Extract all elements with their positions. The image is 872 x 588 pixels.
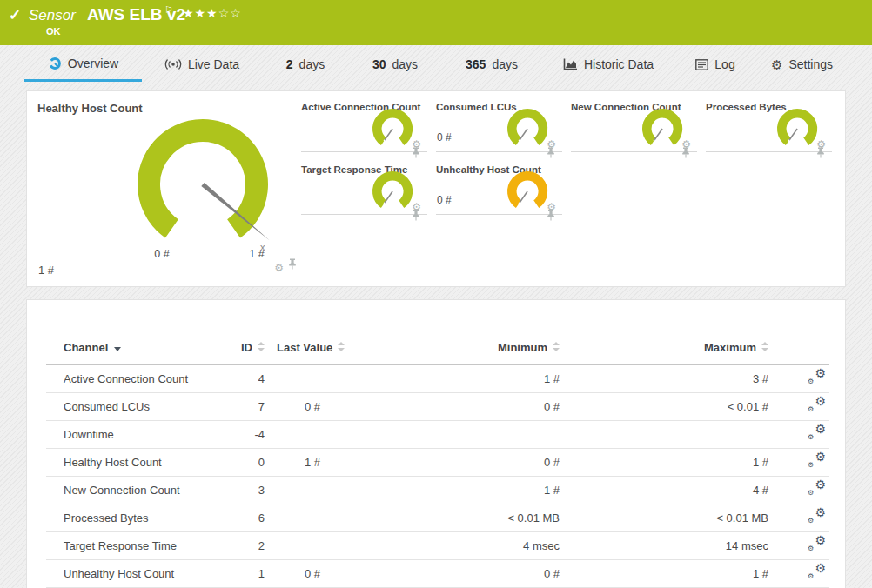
tab-365-days[interactable]: 365 days <box>441 47 542 82</box>
channel-name[interactable]: Unhealthy Host Count <box>46 559 233 587</box>
gauge-average-marker: x̄ <box>260 242 265 252</box>
gauge-value: 0 # <box>437 131 452 144</box>
tab-label: Historic Data <box>584 57 654 71</box>
channel-settings-icon[interactable]: ⚙⚙ <box>808 509 826 524</box>
gauge-cell-consumed-lcus: Consumed LCUs 0 # ⚙ <box>436 100 562 152</box>
primary-gauge-cell: Healthy Host Count 0 # 1 # x̄ 1 # ⚙ <box>37 98 298 277</box>
priority-flag-icon[interactable]: ⚐ <box>164 4 173 16</box>
channel-minimum: < 0.01 MB <box>355 504 573 531</box>
channel-name[interactable]: Target Response Time <box>46 531 233 559</box>
sort-icon <box>761 342 768 351</box>
tab-2-days[interactable]: 2 days <box>262 47 349 82</box>
stars-empty[interactable]: ☆☆ <box>218 6 242 20</box>
tab-label: Overview <box>68 57 118 70</box>
channel-name[interactable]: Processed Bytes <box>46 504 233 531</box>
channel-settings-icon[interactable]: ⚙⚙ <box>808 370 826 384</box>
channel-id: 7 <box>233 392 277 420</box>
empty-gauge-cell <box>571 163 697 215</box>
tab-label: days <box>299 57 325 71</box>
tab-label: days <box>492 57 518 71</box>
small-gauges-grid: Active Connection Count ⚙ Consumed LCUs … <box>301 100 836 215</box>
table-header-row: Channel ID Last Value Minimum Maximum <box>46 331 829 364</box>
gauge-cell-target-response-time: Target Response Time ⚙ <box>301 163 427 215</box>
sort-icon <box>338 342 345 351</box>
channel-name[interactable]: Active Connection Count <box>46 364 233 392</box>
channel-last-value <box>277 420 355 448</box>
area-chart-icon <box>563 58 578 70</box>
channel-last-value <box>277 476 355 504</box>
channel-id: 3 <box>233 476 277 504</box>
gauge-cell-unhealthy-host-count: Unhealthy Host Count 0 # ⚙ <box>436 163 562 215</box>
gauge-settings-gear-icon[interactable]: ⚙ <box>274 263 284 273</box>
channel-last-value <box>277 504 355 531</box>
channel-settings-icon[interactable]: ⚙⚙ <box>808 565 826 579</box>
sort-desc-icon <box>114 347 121 351</box>
column-header-last-value[interactable]: Last Value <box>277 331 355 364</box>
channel-id: 2 <box>233 531 277 559</box>
live-broadcast-icon <box>164 58 182 70</box>
tab-settings[interactable]: ⚙ Settings <box>756 47 848 82</box>
tab-log[interactable]: Log <box>674 47 756 82</box>
sensor-status-badge: OK <box>46 26 61 37</box>
tab-number: 2 <box>286 57 293 71</box>
gauge-cell-new-connection-count: New Connection Count ⚙ <box>571 100 697 152</box>
tab-live-data[interactable]: Live Data <box>142 47 262 82</box>
gauge-scale-min: 0 # <box>138 248 185 260</box>
channel-settings-icon[interactable]: ⚙⚙ <box>808 537 826 551</box>
column-header-id[interactable]: ID <box>233 331 277 364</box>
channel-name[interactable]: New Connection Count <box>46 476 233 504</box>
channel-maximum: 1 # <box>573 559 781 587</box>
channel-last-value <box>277 364 355 392</box>
gauge-scale-max: 1 # <box>233 248 280 260</box>
status-ok-check-icon: ✓ <box>9 6 21 24</box>
channel-settings-icon[interactable]: ⚙⚙ <box>808 398 826 412</box>
stars-filled[interactable]: ★★★ <box>183 6 218 20</box>
channel-minimum: 4 msec <box>355 531 573 559</box>
channel-name[interactable]: Healthy Host Count <box>46 448 233 476</box>
table-row: Target Response Time 2 4 msec 14 msec ⚙⚙ <box>46 531 829 559</box>
gauge-icon <box>48 57 62 70</box>
log-list-icon <box>695 59 708 70</box>
tab-number: 365 <box>466 57 486 71</box>
channel-name[interactable]: Consumed LCUs <box>46 392 233 420</box>
gauge-current-value: 1 # <box>38 264 54 277</box>
table-row: Downtime -4 ⚙⚙ <box>46 420 829 448</box>
channel-minimum: 1 # <box>355 476 573 504</box>
priority-stars[interactable]: ★★★☆☆ <box>183 6 242 20</box>
tab-bar: Overview Live Data 2 days 30 days 365 da… <box>24 47 848 84</box>
table-row: Active Connection Count 4 1 # 3 # ⚙⚙ <box>46 364 829 392</box>
tab-label: Log <box>714 57 734 71</box>
gear-icon: ⚙ <box>771 58 782 71</box>
column-header-channel[interactable]: Channel <box>46 331 233 364</box>
tab-30-days[interactable]: 30 days <box>349 47 441 82</box>
channel-id: 4 <box>233 364 277 392</box>
sort-icon <box>553 342 560 351</box>
channel-maximum: 3 # <box>573 364 781 392</box>
empty-gauge-cell <box>706 163 832 215</box>
channel-minimum: 1 # <box>355 364 573 392</box>
gauge-value: 0 # <box>437 194 452 206</box>
column-header-minimum[interactable]: Minimum <box>355 331 573 364</box>
gauge-pin-icon[interactable] <box>288 257 297 273</box>
channel-last-value: 0 # <box>277 559 355 587</box>
channel-maximum <box>573 420 781 448</box>
tab-number: 30 <box>372 57 386 71</box>
gauges-panel: Healthy Host Count 0 # 1 # x̄ 1 # ⚙ Acti… <box>26 90 846 287</box>
tab-historic-data[interactable]: Historic Data <box>542 47 674 82</box>
channel-last-value <box>277 531 355 559</box>
channel-maximum: 4 # <box>573 476 781 504</box>
channel-name[interactable]: Downtime <box>46 420 233 448</box>
table-row: Consumed LCUs 7 0 # 0 # < 0.01 # ⚙⚙ <box>46 392 829 420</box>
channel-settings-icon[interactable]: ⚙⚙ <box>808 453 826 468</box>
channel-last-value: 1 # <box>277 448 355 476</box>
tab-overview[interactable]: Overview <box>24 47 142 82</box>
channel-id: -4 <box>233 420 277 448</box>
channel-settings-icon[interactable]: ⚙⚙ <box>808 481 826 496</box>
channel-table-panel: Channel ID Last Value Minimum Maximum Ac… <box>26 299 846 588</box>
channel-id: 6 <box>233 504 277 531</box>
table-row: New Connection Count 3 1 # 4 # ⚙⚙ <box>46 476 829 504</box>
column-header-maximum[interactable]: Maximum <box>573 331 781 364</box>
channel-minimum <box>355 420 573 448</box>
channel-settings-icon[interactable]: ⚙⚙ <box>808 425 826 440</box>
channel-minimum: 0 # <box>355 392 573 420</box>
